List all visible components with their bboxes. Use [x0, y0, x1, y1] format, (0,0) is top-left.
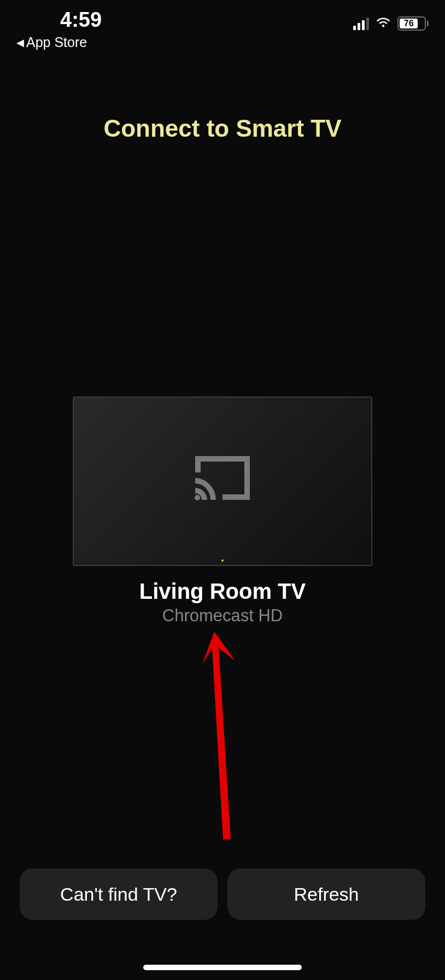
home-indicator[interactable] — [143, 965, 302, 970]
page-title: Connect to Smart TV — [0, 115, 445, 142]
back-label: App Store — [26, 34, 87, 50]
status-right: 76 — [353, 16, 429, 31]
battery-icon: 76 — [397, 16, 429, 31]
tv-screen — [73, 396, 372, 566]
cast-icon — [192, 455, 253, 508]
tv-device-card[interactable]: Living Room TV Chromecast HD — [73, 396, 372, 626]
refresh-button[interactable]: Refresh — [227, 868, 425, 920]
annotation-arrow-icon — [202, 632, 262, 861]
wifi-icon — [374, 16, 392, 31]
button-row: Can't find TV? Refresh — [20, 868, 425, 920]
status-left: 4:59 ◀ App Store — [16, 8, 102, 50]
status-bar: 4:59 ◀ App Store 76 — [0, 0, 445, 55]
device-name: Living Room TV — [139, 579, 306, 604]
back-arrow-icon: ◀ — [16, 37, 24, 49]
cant-find-tv-button[interactable]: Can't find TV? — [20, 868, 218, 920]
cellular-signal-icon — [353, 18, 369, 30]
svg-point-0 — [195, 495, 200, 500]
tv-led-indicator — [221, 559, 224, 562]
battery-percent: 76 — [404, 19, 414, 28]
device-type: Chromecast HD — [162, 606, 283, 626]
status-time: 4:59 — [60, 8, 102, 32]
back-to-app-store[interactable]: ◀ App Store — [16, 34, 87, 50]
